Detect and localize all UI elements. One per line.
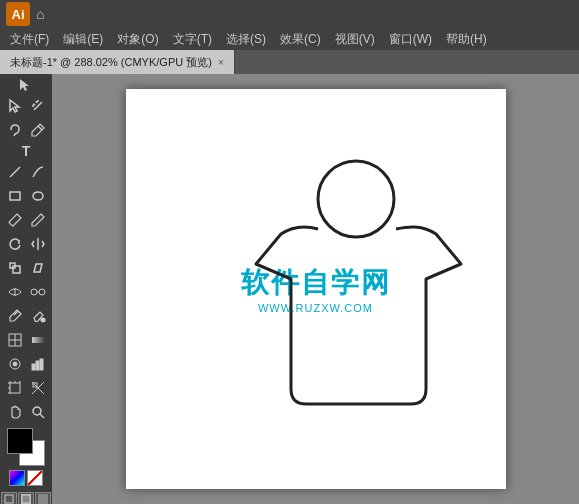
menu-view[interactable]: 视图(V) [329,29,381,50]
blend-tool[interactable] [26,281,49,303]
svg-line-7 [38,126,42,130]
figure-illustration [126,89,506,489]
svg-marker-1 [10,100,19,112]
toolbar: T [0,74,52,504]
menu-effect[interactable]: 效果(C) [274,29,327,50]
magic-wand-tool[interactable] [26,95,49,117]
artboard: 软件自学网 WWW.RUZXW.COM [126,89,506,489]
presentation-mode-button[interactable] [35,492,51,504]
paint-bucket-tool[interactable] [26,305,49,327]
menu-select[interactable]: 选择(S) [220,29,272,50]
pen-tool[interactable] [26,119,49,141]
svg-marker-0 [20,79,29,91]
main-area: T [0,74,579,504]
type-tool[interactable]: T [3,143,49,159]
zoom-tool[interactable] [26,401,49,423]
svg-rect-42 [38,494,48,504]
chart-tool[interactable] [26,353,49,375]
rectangle-tool[interactable] [3,185,26,207]
svg-point-16 [39,289,45,295]
tab-bar: 未标题-1* @ 288.02% (CMYK/GPU 预览) × [0,50,579,74]
arc-tool[interactable] [26,161,49,183]
slice-tool[interactable] [26,377,49,399]
hand-tool[interactable] [3,401,26,423]
mesh-tool[interactable] [3,329,26,351]
direct-select-tool[interactable] [3,95,26,117]
gradient-tool[interactable] [26,329,49,351]
svg-point-15 [31,289,37,295]
color-swatch[interactable] [7,428,45,466]
svg-rect-29 [10,383,20,393]
menu-object[interactable]: 对象(O) [111,29,164,50]
line-tool[interactable] [3,161,26,183]
svg-point-25 [13,362,17,366]
svg-rect-28 [40,359,43,370]
svg-point-43 [318,161,394,237]
normal-mode-button[interactable] [1,492,17,504]
svg-line-2 [34,102,42,110]
symbol-tool[interactable] [3,353,26,375]
menu-type[interactable]: 文字(T) [167,29,218,50]
svg-point-37 [33,407,41,415]
tab-close-button[interactable]: × [218,57,224,68]
title-bar: Ai ⌂ [0,0,579,28]
select-tool[interactable] [3,77,49,93]
paintbrush-tool[interactable] [3,209,26,231]
svg-rect-9 [10,192,20,200]
color-mode-button[interactable] [9,470,25,486]
svg-line-5 [36,101,37,103]
menu-help[interactable]: 帮助(H) [440,29,493,50]
lasso-tool[interactable] [3,119,26,141]
rotate-tool[interactable] [3,233,26,255]
ellipse-tool[interactable] [26,185,49,207]
document-tab[interactable]: 未标题-1* @ 288.02% (CMYK/GPU 预览) × [0,50,235,74]
svg-line-38 [40,414,44,418]
menu-file[interactable]: 文件(F) [4,29,55,50]
reflect-tool[interactable] [26,233,49,255]
color-boxes [0,424,52,504]
svg-point-19 [41,318,45,322]
shear-tool[interactable] [26,257,49,279]
none-color-button[interactable] [27,470,43,486]
width-tool[interactable] [3,281,26,303]
scale-tool[interactable] [3,257,26,279]
app-logo: Ai [6,2,30,26]
eyedropper-tool[interactable] [3,305,26,327]
canvas-area: 软件自学网 WWW.RUZXW.COM [52,74,579,504]
menu-bar: 文件(F) 编辑(E) 对象(O) 文字(T) 选择(S) 效果(C) 视图(V… [0,28,579,50]
home-icon[interactable]: ⌂ [36,6,44,22]
svg-rect-27 [36,361,39,370]
svg-rect-39 [5,495,13,503]
screen-mode-row [1,492,51,504]
svg-rect-23 [32,337,44,343]
svg-line-8 [10,167,20,177]
artboard-tool[interactable] [3,377,26,399]
svg-rect-12 [13,266,20,273]
svg-rect-26 [32,364,35,370]
menu-edit[interactable]: 编辑(E) [57,29,109,50]
svg-line-6 [33,104,35,105]
svg-point-10 [33,192,43,200]
pencil-tool[interactable] [26,209,49,231]
foreground-color-swatch[interactable] [7,428,33,454]
tab-title: 未标题-1* @ 288.02% (CMYK/GPU 预览) [10,55,212,70]
menu-window[interactable]: 窗口(W) [383,29,438,50]
fullscreen-mode-button[interactable] [18,492,34,504]
